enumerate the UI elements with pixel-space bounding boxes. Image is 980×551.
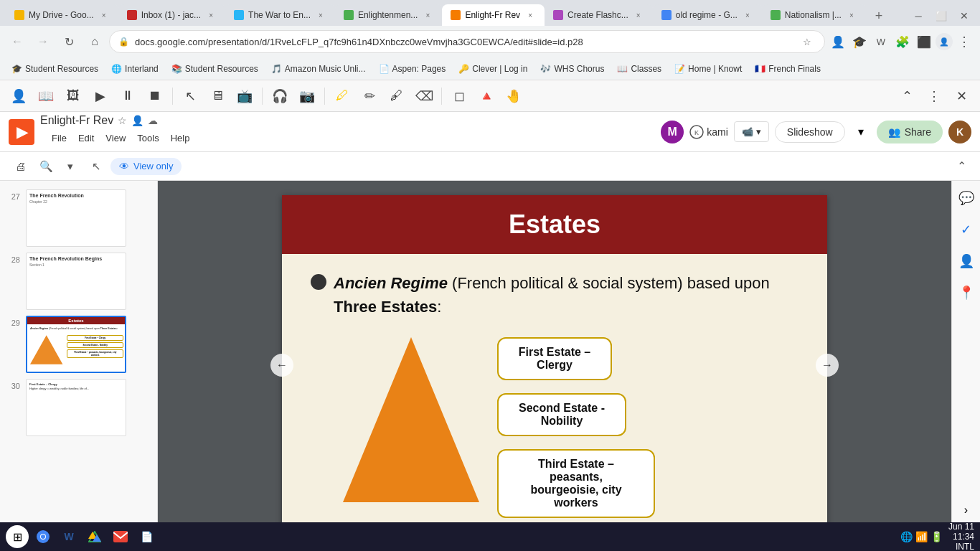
right-panel-person[interactable]: 👤 [955,250,978,273]
tool-book[interactable]: 📖 [33,83,59,109]
tab-enlight-fr-rev[interactable]: Enlight-Fr Rev × [442,4,545,26]
slide-item-28[interactable]: 28 The French Revolution Begins Section … [0,250,157,313]
tab-nationalism[interactable]: Nationalism |... × [762,4,866,26]
taskbar-word[interactable]: W [57,525,80,548]
bookmark-knowt[interactable]: 📝 Home | Knowt [669,60,748,77]
bookmark-clever[interactable]: 🔑 Clever | Log in [453,60,533,77]
tool-camera[interactable]: 📷 [294,83,320,109]
right-panel-check[interactable]: ✓ [955,218,978,241]
next-slide-button[interactable]: → [816,354,839,377]
account-icon[interactable]: 👤 [131,115,143,126]
tool-pointer2[interactable]: 🔺 [473,83,499,109]
tool-play[interactable]: ▶ [88,83,113,109]
taskbar-chrome[interactable] [32,525,55,548]
home-button[interactable]: ⌂ [83,30,106,53]
view-controls-collapse[interactable]: ⌃ [951,156,971,176]
tool-eraser[interactable]: ⌫ [411,83,437,109]
slideshow-button[interactable]: Slideshow [775,121,845,143]
toolbar-collapse[interactable]: ⌃ [894,83,920,109]
menu-file[interactable]: File [46,127,72,150]
chrome-menu-button[interactable]: ⋮ [954,32,974,52]
bookmark-student-resources-2[interactable]: 📚 Student Resources [166,60,264,77]
right-panel-comment[interactable]: 💬 [955,187,978,209]
view-only-badge[interactable]: 👁 View only [110,158,182,175]
slide-thumb-28[interactable]: The French Revolution Begins Section 1 [26,253,126,310]
taskbar-docs[interactable]: 📄 [135,525,158,548]
tool-headphone[interactable]: 🎧 [267,83,293,109]
profile-circle[interactable]: 👤 [936,33,953,50]
menu-tools[interactable]: Tools [131,127,164,150]
extension-2[interactable]: 🎓 [849,32,870,52]
back-button[interactable]: ← [6,30,29,53]
tab-my-drive[interactable]: My Drive - Goo... × [6,4,118,26]
bookmark-aspen[interactable]: 📄 Aspen: Pages [373,60,452,77]
slide-item-29[interactable]: 29 Estates Ancien Regime (French politic… [0,313,157,376]
new-tab-button[interactable]: + [869,6,889,26]
maximize-button[interactable]: ⬜ [931,6,951,26]
tab-flashcard[interactable]: Create Flashc... × [545,4,653,26]
cloud-icon[interactable]: ☁ [148,115,158,126]
meet-button[interactable]: 📹 ▾ [734,121,769,142]
taskbar-gmail[interactable] [109,525,132,548]
toolbar-close[interactable]: ✕ [948,83,974,109]
menu-view[interactable]: View [100,127,131,150]
mobi-button[interactable]: M [661,121,684,143]
bookmark-interland[interactable]: 🌐 Interland [105,60,164,77]
zoom-dropdown[interactable]: ▾ [59,155,82,178]
tool-shape[interactable]: ◻ [446,83,472,109]
tray-network-icon[interactable]: 🌐 [900,531,913,542]
tool-pen2[interactable]: 🖋 [384,83,410,109]
slide-thumb-30[interactable]: First Estate – Clergy Higher clergy = we… [26,379,126,436]
menu-help[interactable]: Help [165,127,196,150]
tab-enlightenment[interactable]: Enlightenmen... × [335,4,442,26]
tool-stop[interactable]: ⏹ [142,83,168,109]
taskbar-drive[interactable] [83,525,106,548]
windows-start-button[interactable]: ⊞ [6,525,29,548]
extension-5[interactable]: ⬛ [914,32,934,52]
tab-close-1[interactable]: × [98,9,110,21]
tool-hand[interactable]: 🤚 [501,83,527,109]
bookmark-amazon-music[interactable]: 🎵 Amazon Music Unli... [265,60,372,77]
extension-1[interactable]: 👤 [828,32,848,52]
right-panel-location[interactable]: 📍 [955,281,978,304]
tab-inbox[interactable]: Inbox (1) - jac... × [118,4,225,26]
bookmark-classes[interactable]: 📖 Classes [611,60,667,77]
minimize-button[interactable]: ─ [908,6,928,26]
bookmark-student-resources-1[interactable]: 🎓 Student Resources [6,60,104,77]
cursor-select-button[interactable]: ↖ [85,155,108,178]
star-icon[interactable]: ☆ [118,115,127,126]
zoom-button[interactable]: 🔍 [34,155,57,178]
kami-button[interactable]: K kami [689,125,728,139]
bookmark-french-finals[interactable]: 🇫🇷 French Finals [749,60,826,77]
tab-close-6[interactable]: × [633,9,644,21]
toolbar-more[interactable]: ⋮ [921,83,947,109]
tool-pen[interactable]: ✏ [357,83,382,109]
refresh-button[interactable]: ↻ [57,30,80,53]
print-button[interactable]: 🖨 [9,155,32,178]
bookmark-whs-chorus[interactable]: 🎶 WHS Chorus [534,60,610,77]
tab-close-2[interactable]: × [205,9,217,21]
tool-image[interactable]: 🖼 [60,83,86,109]
tab-close-4[interactable]: × [422,9,433,21]
slideshow-dropdown-button[interactable]: ▾ [851,122,871,142]
tab-war[interactable]: The War to En... × [225,4,335,26]
tool-present[interactable]: 🖥 [204,83,230,109]
tool-highlight[interactable]: 🖊 [329,83,355,109]
tab-close-3[interactable]: × [315,9,326,21]
tool-cursor[interactable]: ↖ [177,83,203,109]
tab-close-8[interactable]: × [846,9,857,21]
tool-pause[interactable]: ⏸ [115,83,141,109]
sidebar-expand[interactable]: › [964,504,968,517]
star-button[interactable]: ☆ [798,33,816,50]
forward-button[interactable]: → [32,30,55,53]
tool-display[interactable]: 📺 [232,83,258,109]
tool-person[interactable]: 👤 [6,83,32,109]
tab-close-5[interactable]: × [524,9,536,21]
address-box[interactable]: 🔒 docs.google.com/presentation/d/1RveLcF… [109,30,825,53]
extension-4[interactable]: 🧩 [892,32,913,52]
extension-3[interactable]: W [871,32,891,52]
menu-edit[interactable]: Edit [72,127,100,150]
tab-old-regime[interactable]: old regime - G... × [653,4,762,26]
user-avatar[interactable]: K [948,121,971,143]
share-button[interactable]: 👥 Share [877,121,943,143]
